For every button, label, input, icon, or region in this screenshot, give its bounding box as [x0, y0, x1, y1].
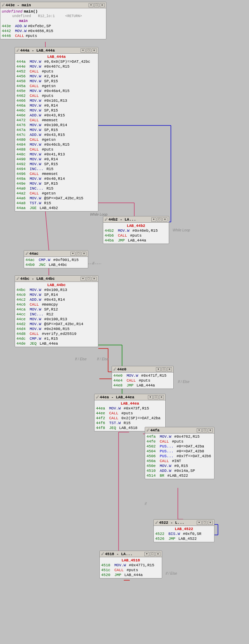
window-lab4522: 🖊 4522 - L... ▾ □ ✕ LAB_4522 4522BIS.W #…	[153, 519, 214, 542]
line-44ac: 44acCMP.W #0xf001,R15	[25, 258, 86, 262]
win-btn-minimize[interactable]: □	[94, 3, 99, 7]
titlebar-lab44bc: 🖊 44bc - LAB_44bc ▾ □ ✕	[15, 276, 98, 282]
window-lab44bc: 🖊 44bc - LAB_44bc ▾ □ ✕ LAB_44bc 44bcMOV…	[15, 275, 98, 347]
win-btn-settings-44ea[interactable]: ▾	[148, 395, 153, 399]
annotation-ifelse-4: if / Else	[166, 572, 177, 575]
win-btn-settings-44ac[interactable]: ▾	[70, 252, 75, 256]
line-451c: 451cCALL #puts	[101, 568, 160, 573]
win-btn-close-44ac[interactable]: ✕	[82, 252, 86, 256]
win-btn-settings[interactable]: ▾	[89, 3, 93, 7]
win-btn-minimize-44bc[interactable]: □	[86, 277, 91, 281]
win-btn-minimize-44e0[interactable]: □	[161, 367, 166, 371]
label-4518: LAB_4518	[101, 558, 160, 563]
win-btn-close-44b2[interactable]: ✕	[163, 217, 167, 222]
window-44ac: 🖊 44ac ▾ □ ✕ 44acCMP.W #0xf001,R15 44b0J…	[24, 250, 88, 268]
window-title-44bc: 44bc - LAB_44bc	[20, 277, 81, 281]
line-450e: 450eMOV.W #0,R15	[146, 463, 213, 468]
window-controls-44fa: ▾ □ ✕	[197, 428, 213, 432]
line-44fe: 44feCALL #puts	[146, 439, 213, 444]
window-controls-44ea: ▾ □ ✕	[148, 395, 164, 399]
window-title-44b2: 44b2 - LA...	[108, 217, 151, 222]
window-controls-4522: ▾ □ ✕	[197, 521, 213, 525]
win-btn-close-44e0[interactable]: ✕	[167, 367, 172, 371]
win-btn-settings-444a[interactable]: ▾	[81, 48, 85, 53]
line-44ba: 44baJMP LAB_444a	[105, 238, 167, 243]
win-btn-close-4522[interactable]: ✕	[208, 521, 213, 525]
win-btn-settings-44fa[interactable]: ▾	[197, 428, 202, 432]
line-4480: 4480CALL #getsn	[16, 137, 97, 142]
window-lab44b2: 🖊 44b2 - LA... ▾ □ ✕ LAB_44b2 44b2MOV.W …	[103, 216, 169, 244]
annotation-ifelse-1: If / Else	[75, 357, 86, 361]
line-44b6: 44b6CALL #puts	[105, 233, 167, 238]
content-44ac: 44acCMP.W #0xf001,R15 44b0JNC LAB_44bc	[24, 257, 88, 268]
line-44a8: 44a8TST.W R15	[16, 201, 97, 206]
line-447c: 447cADD.W #0x43,R15	[16, 132, 97, 137]
line-4446: 4446 CALL #puts	[2, 33, 105, 38]
line-4526: 4526JMP LAB_4522	[155, 536, 213, 541]
line-4492: 4492MOV.W SP,R15	[16, 162, 97, 167]
window-title-4518: 4518 - LA...	[105, 552, 144, 556]
line-447a: 447aMOV.W SP,R15	[16, 128, 97, 132]
win-btn-close-44bc[interactable]: ✕	[92, 277, 97, 281]
win-btn-settings-44e0[interactable]: ▾	[156, 367, 161, 371]
line-44b0: 44b0JNC LAB_44bc	[25, 262, 86, 267]
line-449a: 449aMOV.W #0x40,R14	[16, 176, 97, 181]
line-44fa: 44faMOV.W #0x4762,R15	[146, 434, 213, 439]
line-44cc: 44ccINC... R12	[16, 312, 97, 317]
title-icon-44ac: 🖊	[25, 252, 29, 255]
annotation-ifelse-2: If / Else	[97, 357, 108, 361]
content-lab44ea: LAB_44ea 44eaMOV.W #0x473f,R15 44eeCALL …	[95, 400, 165, 431]
window-44e0: 🖊 44e0 ▾ □ ✕ 44e0MOV.W #0x471f,R15 44e4C…	[112, 366, 174, 389]
win-btn-close-44ea[interactable]: ✕	[159, 395, 164, 399]
line-4522: 4522BIS.W #0xf0,SR	[155, 531, 213, 536]
line-446e: 446eADD.W #0x43,R15	[16, 113, 97, 118]
line-44c2: 44c2ADD.W #0x43,R14	[16, 297, 97, 302]
window-lab4518: 🖊 4518 - LA... ▾ □ ✕ LAB_4518 4518MOV.W …	[99, 551, 162, 578]
window-title-44e0: 44e0	[117, 367, 156, 371]
line-4466: 4466MOV.W #0x101,R13	[16, 98, 97, 103]
annotation-if-2: if	[145, 502, 146, 506]
win-btn-settings-44bc[interactable]: ▾	[81, 277, 85, 281]
window-controls-lab444a: ▾ □ ✕	[81, 48, 97, 53]
win-btn-minimize-4518[interactable]: □	[150, 552, 155, 556]
win-btn-settings-4522[interactable]: ▾	[197, 521, 202, 525]
line-44e4: 44e4CALL #puts	[113, 378, 172, 383]
line-4514: 4514BR #LAB_4522	[146, 473, 213, 478]
win-btn-minimize-4522[interactable]: □	[202, 521, 207, 525]
line-44a0: 44a0INC... R15	[16, 186, 97, 191]
line-4520: 4520JMP LAB_444a	[101, 573, 160, 577]
win-btn-minimize-44ea[interactable]: □	[153, 395, 158, 399]
win-btn-minimize-444a[interactable]: □	[86, 48, 91, 53]
line-44bc: 44bcMOV.W #0x100,R13	[16, 288, 97, 292]
title-icon-4518: 🖊	[101, 552, 104, 556]
line-4518: 4518MOV.W #0x4771,R15	[101, 563, 160, 568]
titlebar-44fa: 🖊 44fa ▾ □ ✕	[145, 427, 214, 434]
annotation-while-2: While Loop	[173, 228, 190, 232]
line-44a6: 44a6MOV.W @SP=>DAT_42bc,R15	[16, 196, 97, 201]
line-44d4: 44d4MOV.W #0x2400,R15	[16, 327, 97, 331]
win-btn-minimize-44b2[interactable]: □	[157, 217, 162, 222]
line-4456: 4456MOV.W #2,R14	[16, 74, 97, 79]
line-44e0: 44e0MOV.W #0x471f,R15	[113, 373, 172, 378]
title-icon-44b2: 🖊	[105, 217, 108, 221]
annotation-if-1: if	[92, 261, 94, 265]
win-btn-minimize-44fa[interactable]: □	[202, 428, 207, 432]
win-btn-settings-44b2[interactable]: ▾	[151, 217, 156, 222]
line-4506: 4506PUS... #0x7f=>DAT_42b6	[146, 454, 213, 459]
line-4488: 4488CALL #puts	[16, 147, 97, 152]
titlebar-lab444a: 🖊 444a - LAB_444a ▾ □ ✕	[15, 47, 98, 54]
line-44dc: 44dcCMP.W #1,R15	[16, 336, 97, 341]
line-44ca: 44caMOV.W SP,R12	[16, 307, 97, 312]
title-icon-44fa: 🖊	[146, 428, 150, 432]
win-btn-minimize-44ac[interactable]: □	[76, 252, 81, 256]
window-controls-main: ▾ □ ✕	[89, 3, 105, 7]
window-44fa: 🖊 44fa ▾ □ ✕ 44faMOV.W #0x4762,R15 44feC…	[145, 427, 214, 479]
win-btn-close-44fa[interactable]: ✕	[208, 428, 213, 432]
win-btn-close-444a[interactable]: ✕	[92, 48, 97, 53]
window-title-44ea: 44ea - LAB_44ea	[100, 395, 148, 399]
win-btn-settings-4518[interactable]: ▾	[144, 552, 149, 556]
line-4490: 4490MOV.W #0,R14	[16, 157, 97, 162]
window-controls-44b2: ▾ □ ✕	[151, 217, 167, 222]
win-btn-close-4518[interactable]: ✕	[156, 552, 160, 556]
win-btn-close[interactable]: ✕	[100, 3, 105, 7]
